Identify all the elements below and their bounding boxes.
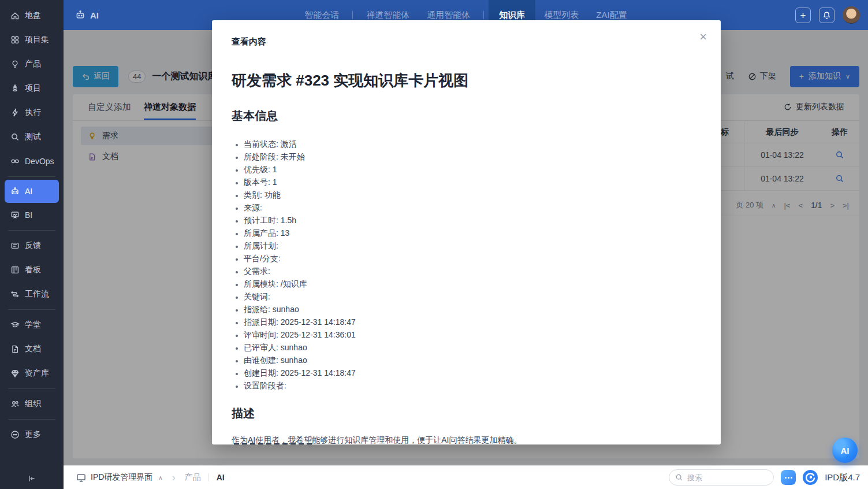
brand-label: AI (90, 10, 99, 20)
info-item: 由谁创建: sunhao (244, 354, 701, 366)
infinity-icon (10, 157, 20, 166)
diamond-icon (10, 369, 20, 378)
sidebar-item-docs[interactable]: 文档 (0, 337, 64, 361)
more-icon (10, 430, 20, 439)
sidebar-item-test[interactable]: 测试 (0, 125, 64, 149)
sidebar-item-project-set[interactable]: 项目集 (0, 28, 64, 52)
sidebar-divider (8, 176, 55, 177)
sidebar-item-assets[interactable]: 资产库 (0, 361, 64, 386)
info-item: 预计工时: 1.5h (244, 214, 701, 227)
kanban-icon (10, 265, 20, 275)
info-item: 父需求: (244, 265, 701, 277)
sidebar-item-label: DevOps (25, 157, 54, 166)
info-item: 评审时间: 2025-12-31 14:36:01 (244, 328, 701, 341)
notification-button[interactable] (819, 8, 835, 23)
search-icon (675, 473, 683, 481)
sidebar-item-label: 学堂 (25, 320, 41, 330)
magnifier-icon (10, 132, 20, 142)
sidebar-divider (8, 309, 55, 310)
chevron-up-icon: ∧ (158, 475, 162, 481)
sidebar: 地盘 项目集 产品 项目 执行 测试 DevOps AI (0, 0, 64, 489)
sidebar-item-label: 资产库 (25, 368, 49, 379)
info-item: 设置阶段者: (244, 379, 701, 392)
sidebar-item-label: 文档 (25, 344, 41, 354)
app-root: 地盘 项目集 产品 项目 执行 测试 DevOps AI (0, 0, 868, 489)
sidebar-item-label: AI (25, 187, 32, 196)
app-switcher[interactable]: IPD研发管理界面 ∧ (76, 472, 163, 483)
robot-icon (75, 10, 85, 20)
info-item: 所处阶段: 未开始 (244, 150, 701, 163)
add-button[interactable]: + (795, 8, 811, 23)
monitor-icon (76, 473, 86, 483)
sidebar-item-more[interactable]: 更多 (0, 423, 64, 447)
collapse-icon (27, 474, 36, 483)
requirement-title: 研发需求 #323 实现知识库卡片视图 (232, 71, 701, 91)
sidebar-item-label: 看板 (25, 265, 41, 275)
close-icon[interactable]: × (699, 31, 707, 43)
nav-separator (483, 11, 484, 19)
mail-icon (10, 241, 20, 250)
home-icon (10, 11, 20, 20)
breadcrumb-chevron-icon: › (172, 472, 176, 484)
sidebar-item-ai[interactable]: AI (5, 180, 59, 203)
sidebar-item-label: 项目 (25, 83, 41, 94)
sidebar-item-label: 地盘 (25, 10, 41, 21)
nav-separator (352, 11, 353, 19)
sidebar-item-devops[interactable]: DevOps (0, 149, 64, 173)
basic-info-list: 当前状态: 激活所处阶段: 未开始优先级: 1版本号: 1类别: 功能来源:预计… (232, 138, 701, 392)
robot-icon (10, 187, 20, 196)
workflow-icon (10, 290, 20, 299)
sidebar-divider (8, 419, 55, 420)
info-item: 当前状态: 激活 (244, 138, 701, 150)
search-box (669, 469, 774, 486)
ai-assistant-fab[interactable]: AI (832, 438, 858, 463)
chat-bubble-icon[interactable] (781, 470, 796, 485)
sidebar-item-org[interactable]: 组织 (0, 392, 64, 416)
sidebar-item-label: 工作流 (25, 289, 49, 299)
sidebar-item-execution[interactable]: 执行 (0, 101, 64, 125)
clipped-text-line (234, 443, 314, 444)
sidebar-item-feedback[interactable]: 反馈 (0, 234, 64, 258)
info-item: 平台/分支: (244, 252, 701, 265)
divider (208, 473, 209, 481)
sidebar-item-kanban[interactable]: 看板 (0, 258, 64, 282)
info-item: 优先级: 1 (244, 163, 701, 176)
runner-icon (10, 108, 20, 117)
grid-icon (10, 35, 20, 45)
app-brand: AI (75, 0, 99, 30)
header-actions: + (795, 0, 860, 30)
info-item: 所属计划: (244, 239, 701, 252)
info-item: 关键词: (244, 290, 701, 303)
chart-board-icon (10, 210, 20, 220)
sidebar-item-label: 产品 (25, 59, 41, 69)
sidebar-item-label: 组织 (25, 399, 41, 409)
user-avatar[interactable] (843, 6, 860, 24)
info-item: 已评审人: sunhao (244, 341, 701, 354)
rocket-icon (10, 84, 20, 93)
sidebar-item-product[interactable]: 产品 (0, 52, 64, 76)
version-label: IPD版4.7 (825, 472, 860, 483)
sidebar-item-label: 反馈 (25, 240, 41, 251)
bell-icon (822, 11, 831, 20)
sidebar-item-label: 测试 (25, 132, 41, 142)
section-description: 描述 (232, 406, 701, 421)
lightbulb-pin-icon (10, 60, 20, 69)
sidebar-item-bi[interactable]: BI (0, 203, 64, 227)
sidebar-item-workflow[interactable]: 工作流 (0, 282, 64, 306)
info-item: 指派日期: 2025-12-31 14:18:47 (244, 316, 701, 328)
fab-label: AI (841, 446, 850, 455)
zentao-logo[interactable] (803, 470, 818, 485)
sidebar-collapse-button[interactable] (0, 474, 64, 483)
sidebar-item-home[interactable]: 地盘 (0, 3, 64, 28)
document-icon (10, 344, 20, 354)
info-item: 指派给: sunhao (244, 303, 701, 316)
sidebar-item-school[interactable]: 学堂 (0, 313, 64, 337)
breadcrumb-product[interactable]: 产品 (185, 472, 201, 483)
bottom-bar: IPD研发管理界面 ∧ › 产品 AI IPD版4.7 (64, 465, 868, 489)
breadcrumb-ai[interactable]: AI (217, 473, 225, 482)
section-basic-info: 基本信息 (232, 108, 701, 124)
sidebar-item-project[interactable]: 项目 (0, 76, 64, 101)
info-item: 所属模块: /知识库 (244, 277, 701, 290)
bottom-bar-right: IPD版4.7 (669, 469, 860, 486)
search-input[interactable] (687, 473, 762, 482)
